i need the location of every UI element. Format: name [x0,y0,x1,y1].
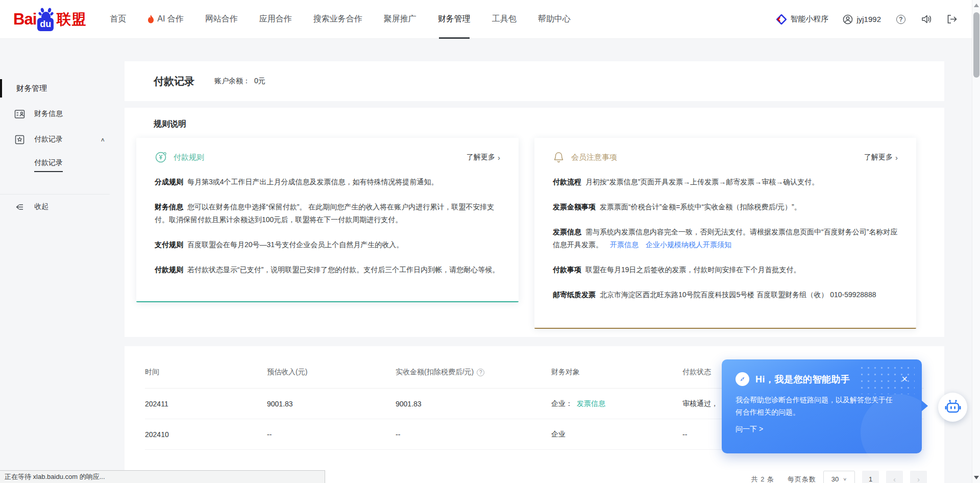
total-count: 共 2 条 [751,475,774,483]
decorative-bubble [861,394,937,471]
baidu-union-logo[interactable]: Bai du 联盟 [13,8,86,31]
browser-status-text: 正在等待 xlab.baidu.com 的响应... [0,470,325,483]
nav-item-help-center[interactable]: 帮助中心 [538,0,571,39]
assistant-title: Hi，我是您的智能助手 [755,373,850,385]
speaker-icon [921,14,932,24]
help-button[interactable]: ? [895,14,906,25]
col-time: 时间 [145,368,267,377]
robot-icon [944,399,962,416]
cell-finance-object: 企业 [551,430,682,439]
nav-item-website[interactable]: 网站合作 [205,0,238,39]
main-nav: 首页 AI 合作 网站合作 应用合作 搜索业务合作 聚屏推广 财务管理 工具包 … [110,0,571,39]
rule-item: 发票金额事项发票票面“价税合计”金额=系统中“实收金额（扣除税费后/元）”。 [553,201,898,213]
chevron-up-icon[interactable]: ∧ [100,136,105,142]
rules-title: 规则说明 [154,119,944,130]
smart-miniapp-entry[interactable]: 智能小程序 [776,14,828,25]
navbar-right: 智能小程序 jyj1992 ? [776,14,958,25]
rule-panels: 付款规则 了解更多 › 分成规则每月第3或4个工作日产出上月分成信息及发票信息，… [136,138,916,329]
sidebar-title: 财务管理 [0,81,125,96]
balance-value: 0元 [254,77,265,85]
coin-icon [155,151,167,163]
sidebar-subitem-label: 付款记录 [34,158,63,172]
logo-text-union: 联盟 [57,10,86,29]
logo-text-du: du [37,18,54,31]
learn-more-link[interactable]: 了解更多 › [864,153,898,162]
small-taxpayer-guide-link[interactable]: 企业小规模纳税人开票须知 [646,240,731,249]
payment-rules-panel: 付款规则 了解更多 › 分成规则每月第3或4个工作日产出上月分成信息及发票信息，… [136,138,519,302]
col-finance-object: 财务对象 [551,368,682,377]
chevron-right-icon: › [895,153,898,162]
sidebar-item-label: 付款记录 [34,135,63,144]
scroll-down-arrow[interactable] [974,476,979,479]
assistant-compass-icon [736,372,749,386]
per-page-select[interactable]: 30 ∨ [823,471,855,483]
sidebar-item-payment-records[interactable]: 付款记录 ∧ [0,132,125,147]
miniapp-icon [776,14,787,25]
scroll-up-arrow[interactable] [974,4,979,7]
cell-time: 202410 [145,430,267,439]
rule-item: 付款流程月初按“发票信息”页面开具发票→上传发票→邮寄发票→审核→确认支付。 [553,176,898,188]
user-icon [843,14,853,25]
sidebar-collapse-button[interactable]: 收起 [0,199,125,214]
sidebar-subitem-payment-records[interactable]: 付款记录 [0,157,125,173]
collapse-icon [14,202,25,212]
cell-received: 9001.83 [396,400,551,408]
nav-item-toolkit[interactable]: 工具包 [492,0,517,39]
rule-item: 邮寄纸质发票北京市海淀区西北旺东路10号院百度科技园5号楼 百度联盟财务组（收）… [553,288,898,301]
sidebar: 财务管理 财务信息 付款记录 ∧ 付款记录 [0,39,125,483]
nav-item-juping[interactable]: 聚屏推广 [384,0,416,39]
user-account[interactable]: jyj1992 [843,14,881,25]
logout-button[interactable] [946,14,958,25]
next-page-button[interactable]: › [910,471,927,483]
nav-item-app[interactable]: 应用合作 [259,0,292,39]
rule-item: 财务信息您可以在财务信息中选择“保留付款”。 在此期间您产生的收入将在账户内进行… [155,201,500,226]
scrollbar-thumb[interactable] [973,12,979,78]
page-scrollbar[interactable] [972,0,980,483]
rules-card: 规则说明 付款规则 了解更多 › [125,108,944,337]
finance-info-icon [14,109,25,119]
page-number-button[interactable]: 1 [862,471,879,483]
cell-estimated: 9001.83 [267,400,396,408]
nav-item-ai[interactable]: AI 合作 [148,0,184,39]
caret-down-icon: ∨ [843,477,847,481]
sidebar-item-finance-info[interactable]: 财务信息 [0,106,125,122]
announcement-sound-button[interactable] [921,14,932,25]
page-header-card: 付款记录 账户余额：0元 [125,61,944,101]
logo-text-bai: Bai [13,10,36,29]
sidebar-divider [0,194,110,195]
column-help-icon[interactable]: ? [477,369,484,376]
rule-item: 发票信息需与系统内发票信息内容完全一致，否则无法支付。请根据发票信息页面中“百度… [553,226,898,251]
balance-label: 账户余额： [214,77,250,85]
bell-icon [553,151,565,163]
nav-item-finance[interactable]: 财务管理 [438,0,471,39]
chevron-right-icon: › [498,153,500,162]
cell-finance-object: 企业：发票信息 [551,399,682,408]
assistant-fab-button[interactable] [938,393,967,422]
close-icon[interactable]: ✕ [901,374,908,384]
rule-item: 分成规则每月第3或4个工作日产出上月分成信息及发票信息，如有特殊情况将提前通知。 [155,176,500,188]
col-received: 实收金额(扣除税费后/元) ? [396,368,551,377]
cell-time: 202411 [145,400,267,408]
rule-item: 付款规则若付款状态显示“已支付”，说明联盟已安排了您的付款。支付后三个工作日内到… [155,263,500,276]
cell-estimated: -- [267,430,396,439]
rule-item: 付款事项联盟在每月19日之后签收的发票，付款时间安排在下个月首批支付。 [553,263,898,276]
screen: Bai du 联盟 首页 AI 合作 网站合作 应用合作 搜索业务合 [0,0,980,483]
account-balance: 账户余额：0元 [214,77,265,86]
member-notes-panel: 会员注意事项 了解更多 › 付款流程月初按“发票信息”页面开具发票→上传发票→邮… [534,138,916,329]
invoice-info-cell-link[interactable]: 发票信息 [577,399,605,407]
nav-item-search-biz[interactable]: 搜索业务合作 [313,0,362,39]
pagination: 共 2 条 每页条数 30 ∨ 1 ‹ › [751,471,927,483]
sidebar-collapse-label: 收起 [34,202,48,211]
panel-title: 会员注意事项 [571,153,617,162]
nav-item-home[interactable]: 首页 [110,0,126,39]
invoice-info-link[interactable]: 开票信息 [610,240,639,249]
panel-title: 付款规则 [174,153,204,162]
top-navbar: Bai du 联盟 首页 AI 合作 网站合作 应用合作 搜索业务合 [0,0,972,39]
learn-more-link[interactable]: 了解更多 › [467,153,500,162]
prev-page-button[interactable]: ‹ [886,471,903,483]
rule-item: 支付规则百度联盟会在每月20号—31号支付企业会员上个自然月产生的收入。 [155,238,500,251]
cell-received: -- [396,430,551,439]
per-page-label: 每页条数 [788,475,816,483]
assistant-popup: Hi，我是您的智能助手 ✕ 我会帮助您诊断合作链路问题，以及解答您关于任何合作相… [722,359,922,453]
page-title: 付款记录 [154,75,194,88]
